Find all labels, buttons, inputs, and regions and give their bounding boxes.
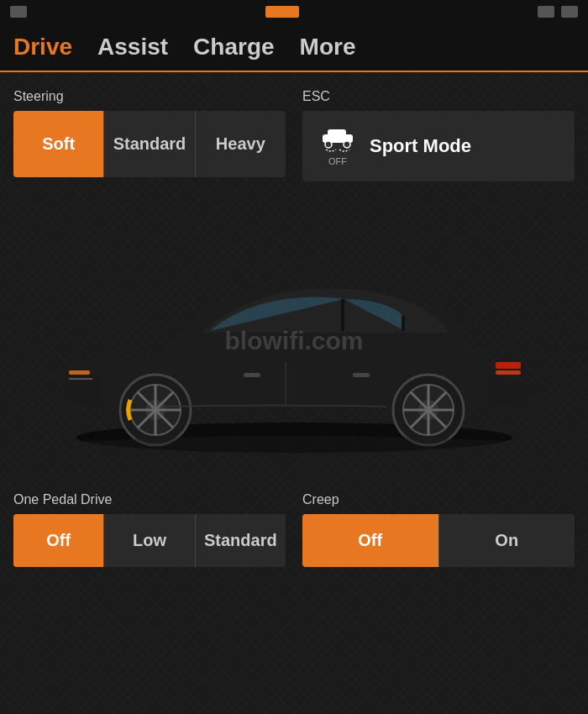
esc-sport-mode-label: Sport Mode bbox=[370, 135, 471, 157]
creep-on-btn[interactable]: On bbox=[438, 514, 575, 567]
svg-rect-1 bbox=[328, 129, 346, 136]
main-content: Steering Soft Standard Heavy ESC bbox=[0, 72, 588, 584]
tab-charge[interactable]: Charge bbox=[193, 34, 274, 71]
steering-label: Steering bbox=[13, 89, 286, 104]
steering-standard-btn[interactable]: Standard bbox=[103, 111, 194, 177]
battery-icon bbox=[561, 6, 578, 18]
esc-status-label: OFF bbox=[328, 156, 347, 166]
creep-off-btn[interactable]: Off bbox=[302, 514, 438, 567]
creep-btn-group: Off On bbox=[302, 514, 575, 567]
steering-btn-group: Soft Standard Heavy bbox=[13, 111, 286, 177]
car-image-area: blowifi.com bbox=[0, 198, 588, 484]
car-svg bbox=[17, 215, 571, 467]
esc-section: ESC OFF bbox=[302, 89, 575, 181]
svg-point-3 bbox=[344, 141, 350, 148]
one-pedal-label: One Pedal Drive bbox=[13, 492, 286, 507]
steering-section: Steering Soft Standard Heavy bbox=[13, 89, 286, 181]
esc-sport-mode-btn[interactable]: OFF Sport Mode bbox=[302, 111, 575, 181]
svg-point-2 bbox=[325, 141, 332, 148]
creep-section: Creep Off On bbox=[302, 492, 575, 567]
one-pedal-btn-group: Off Low Standard bbox=[13, 514, 286, 567]
steering-heavy-btn[interactable]: Heavy bbox=[195, 111, 286, 177]
tab-more[interactable]: More bbox=[300, 34, 356, 71]
svg-rect-11 bbox=[496, 370, 521, 375]
one-pedal-section: One Pedal Drive Off Low Standard bbox=[13, 492, 286, 567]
nav-tabs: Drive Assist Charge More bbox=[0, 24, 588, 72]
tab-assist[interactable]: Assist bbox=[97, 34, 168, 71]
logo-icon bbox=[265, 6, 299, 18]
tab-drive[interactable]: Drive bbox=[13, 34, 72, 71]
svg-rect-10 bbox=[496, 362, 521, 369]
one-pedal-low-btn[interactable]: Low bbox=[103, 514, 194, 567]
one-pedal-standard-btn[interactable]: Standard bbox=[195, 514, 286, 567]
one-pedal-off-btn[interactable]: Off bbox=[13, 514, 103, 567]
steering-esc-row: Steering Soft Standard Heavy ESC bbox=[13, 89, 575, 181]
bottom-sections: One Pedal Drive Off Low Standard Creep O… bbox=[13, 484, 575, 567]
status-bar bbox=[0, 0, 588, 24]
svg-rect-27 bbox=[244, 373, 260, 377]
svg-rect-28 bbox=[353, 373, 370, 377]
menu-icon bbox=[10, 6, 27, 18]
steering-soft-btn[interactable]: Soft bbox=[13, 111, 103, 177]
esc-car-svg bbox=[319, 126, 356, 155]
svg-rect-9 bbox=[69, 370, 90, 375]
creep-label: Creep bbox=[302, 492, 575, 507]
esc-icon: OFF bbox=[319, 126, 356, 166]
esc-label: ESC bbox=[302, 89, 575, 104]
grid-icon bbox=[538, 6, 554, 18]
